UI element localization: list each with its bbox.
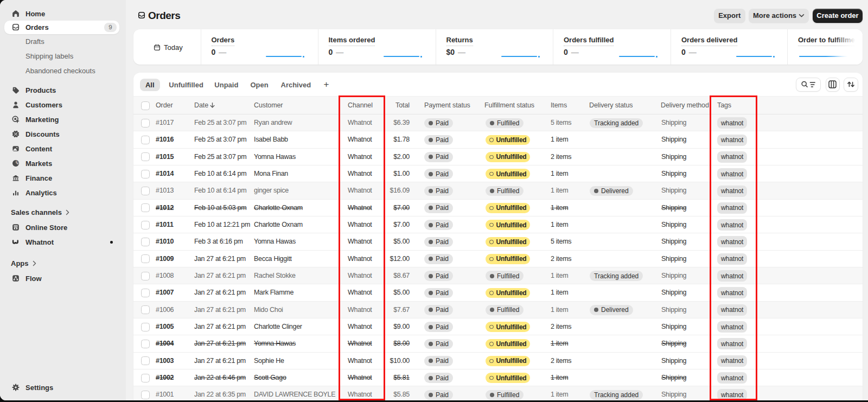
- svg-text:$: $: [16, 160, 18, 164]
